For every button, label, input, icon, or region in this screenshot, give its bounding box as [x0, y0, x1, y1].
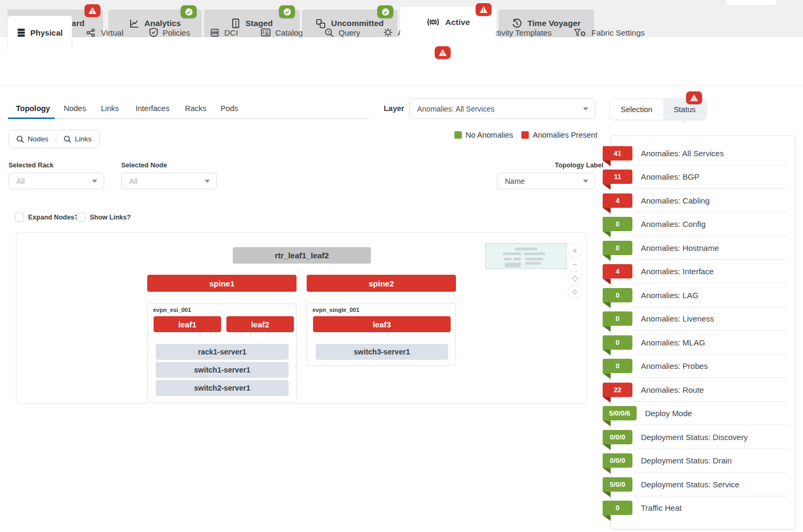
- funnel-gear-icon: [574, 28, 587, 37]
- tab-policies[interactable]: Policies: [149, 16, 190, 49]
- tab-dci[interactable]: DCI: [210, 16, 238, 49]
- tab-label: Active: [445, 18, 470, 27]
- legend-anomalies-present: Anomalies Present: [521, 131, 597, 139]
- rack-group-evpn-single-001[interactable]: evpn_single_001 leaf3 switch3-server1: [307, 303, 456, 366]
- tab-interfaces[interactable]: Interfaces: [136, 104, 170, 113]
- status-row-label: Anomalies: Config: [641, 219, 706, 229]
- zoom-out-button[interactable]: −: [568, 257, 582, 272]
- status-row[interactable]: 4Anomalies: Interface: [611, 260, 795, 284]
- status-row-label: Anomalies: BGP: [641, 172, 699, 181]
- select-value: Name: [505, 177, 525, 185]
- checkbox-label: Expand Nodes?: [28, 214, 78, 221]
- status-row-label: Traffic Heat: [641, 503, 682, 512]
- status-row-label: Anomalies: Liveness: [641, 314, 714, 323]
- node-spine2[interactable]: spine2: [307, 275, 456, 292]
- tab-label: Policies: [163, 28, 190, 37]
- layer-select[interactable]: Anomalies: All Services: [409, 98, 595, 119]
- topology-canvas[interactable]: rtr_leaf1_leaf2 spine1 spine2 evpn_esi_0…: [16, 232, 587, 404]
- status-row-label: Anomalies: LAG: [641, 291, 698, 300]
- search-nodes-button[interactable]: Nodes: [9, 130, 56, 148]
- search-links-button[interactable]: Links: [56, 130, 99, 148]
- warning-badge: [84, 4, 100, 17]
- query-icon: ?: [325, 28, 334, 37]
- status-row[interactable]: 0/0/0Deployment Status: Discovery: [611, 425, 795, 449]
- chevron-down-icon: [205, 180, 210, 183]
- status-row[interactable]: 0Anomalies: Probes: [611, 354, 795, 378]
- green-swatch: [454, 131, 462, 139]
- status-row[interactable]: 41Anomalies: All Services: [611, 141, 795, 165]
- tab-topology[interactable]: Topology: [16, 104, 50, 113]
- count-ribbon: 0/0/0: [603, 453, 632, 468]
- ok-badge: [377, 5, 393, 18]
- node-leaf3[interactable]: leaf3: [313, 316, 451, 332]
- selected-node-select[interactable]: All: [121, 173, 217, 189]
- status-row[interactable]: 22Anomalies: Route: [611, 378, 795, 402]
- tab-links[interactable]: Links: [101, 104, 119, 113]
- network-icon: [86, 28, 96, 37]
- tab-label: Virtual: [101, 28, 123, 37]
- selected-rack-select[interactable]: All: [9, 173, 104, 189]
- status-row[interactable]: 5/0/0/6Deploy Mode: [611, 402, 795, 426]
- status-row[interactable]: 0/0/0Deployment Status: Drain: [611, 449, 795, 473]
- status-row[interactable]: 11Anomalies: BGP: [611, 165, 795, 189]
- count-ribbon: 5/0/0: [603, 477, 632, 492]
- status-row-label: Anomalies: Route: [641, 385, 704, 394]
- count-ribbon: 0: [603, 217, 632, 231]
- status-row[interactable]: 0Anomalies: Config: [611, 213, 795, 237]
- topology-label-select[interactable]: Name: [497, 173, 595, 189]
- red-swatch: [521, 131, 529, 139]
- subnav-track: [8, 118, 369, 119]
- node-switch3-server1[interactable]: switch3-server1: [316, 344, 448, 360]
- tab-selection[interactable]: Selection: [610, 99, 663, 120]
- expand-nodes-checkbox[interactable]: [15, 213, 24, 222]
- tab-label: Physical: [30, 28, 63, 37]
- status-row[interactable]: 4Anomalies: Cabling: [611, 189, 795, 213]
- cutoff-toolbar-button[interactable]: [725, 0, 776, 6]
- selected-node-label: Selected Node: [121, 162, 167, 169]
- status-row[interactable]: 0Anomalies: Hostname: [611, 236, 795, 260]
- status-row-label: Anomalies: Interface: [641, 267, 714, 276]
- status-row-label: Anomalies: Cabling: [641, 196, 709, 205]
- expand-nodes-checkbox-row[interactable]: Expand Nodes?: [15, 213, 78, 222]
- svg-text:?: ?: [327, 29, 330, 34]
- tab-nodes[interactable]: Nodes: [64, 104, 86, 113]
- status-row[interactable]: 0Anomalies: Liveness: [611, 307, 795, 331]
- node-leaf2[interactable]: leaf2: [226, 316, 294, 332]
- node-spine1[interactable]: spine1: [147, 275, 297, 292]
- tab-virtual[interactable]: Virtual: [86, 16, 123, 49]
- button-label: Nodes: [28, 135, 48, 143]
- tab-catalog[interactable]: Catalog: [261, 16, 303, 49]
- node-leaf1[interactable]: leaf1: [154, 316, 221, 332]
- tab-physical[interactable]: Physical: [7, 15, 72, 49]
- center-button[interactable]: [568, 271, 582, 285]
- tab-racks[interactable]: Racks: [185, 104, 206, 113]
- show-links-checkbox[interactable]: [77, 213, 86, 222]
- warning-badge: [435, 46, 451, 59]
- rack-icon: [17, 28, 26, 37]
- rack-group-evpn-esi-001[interactable]: evpn_esi_001 leaf1 leaf2 rack1-server1 s…: [147, 303, 297, 402]
- status-row-label: Deploy Mode: [645, 409, 692, 418]
- node-rack1-server1[interactable]: rack1-server1: [156, 344, 289, 360]
- chevron-down-icon: [583, 107, 588, 111]
- node-switch1-server1[interactable]: switch1-server1: [156, 362, 289, 378]
- zoom-in-button[interactable]: +: [568, 243, 582, 258]
- node-switch2-server1[interactable]: switch2-server1: [156, 380, 289, 396]
- show-links-checkbox-row[interactable]: Show Links?: [77, 213, 131, 222]
- search-icon: [64, 136, 71, 143]
- status-row[interactable]: 0Traffic Heat: [611, 496, 795, 520]
- warning-badge: [476, 3, 492, 16]
- status-row[interactable]: 0Anomalies: LAG: [611, 283, 795, 307]
- fit-button[interactable]: [568, 285, 582, 299]
- ok-badge: [279, 5, 295, 18]
- node-router[interactable]: rtr_leaf1_leaf2: [233, 247, 371, 264]
- tab-pods[interactable]: Pods: [221, 104, 238, 113]
- minimap[interactable]: [485, 243, 567, 269]
- topology-label-label: Topology Label: [555, 162, 603, 169]
- tab-query[interactable]: ? Query: [325, 16, 360, 49]
- status-row[interactable]: 5/0/0Deployment Status: Service: [611, 472, 795, 496]
- tab-fabric-settings[interactable]: Fabric Settings: [574, 16, 645, 49]
- legend-label: Anomalies Present: [532, 131, 597, 139]
- chevron-down-icon: [583, 180, 588, 183]
- status-row[interactable]: 0Anomalies: MLAG: [611, 331, 795, 354]
- active-tab-notch: [681, 116, 688, 123]
